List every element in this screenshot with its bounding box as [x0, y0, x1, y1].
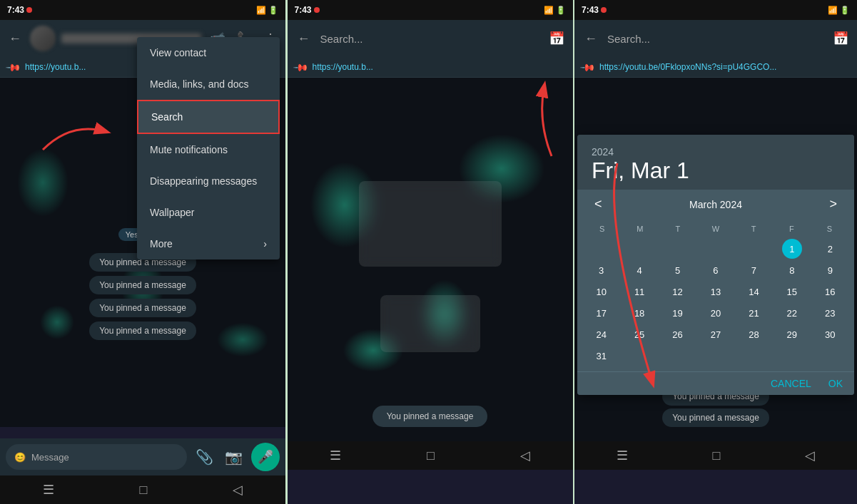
back-btn-2[interactable]: ←	[295, 29, 313, 49]
cal-day[interactable]: 7	[744, 260, 764, 280]
menu-mute[interactable]: Mute notifications	[137, 134, 280, 165]
menu-disappearing[interactable]: Disappearing messages	[137, 165, 280, 197]
cal-day[interactable]: 1	[782, 239, 802, 259]
cal-day[interactable]: 30	[820, 324, 840, 344]
nav-home-2[interactable]: □	[427, 448, 435, 463]
cal-day[interactable]: 11	[629, 282, 649, 302]
time-1: 7:43	[7, 5, 24, 15]
status-icons-1: 📶 🔋	[256, 6, 278, 15]
cal-date-big-3: Fri, Mar 1	[592, 158, 840, 184]
pinned-msg-3: You pinned a message	[89, 299, 196, 317]
search-input-2[interactable]	[320, 33, 540, 45]
pinned-url-1[interactable]: https://youtu.b...	[25, 62, 86, 72]
cal-day[interactable]: 25	[629, 324, 649, 344]
cal-grid-3: S M T W T F S 12345678910111213141516171…	[577, 219, 854, 371]
nav-bar-2: ☰ □ ◁	[288, 441, 573, 470]
panel-1: 7:43 📶 🔋 ← 📹 📞 ⋮ 📌 https://youtu.b... Ye…	[0, 0, 285, 504]
cal-day[interactable]: 31	[592, 346, 612, 366]
status-dot-2	[314, 7, 320, 13]
cal-actions-3: Cancel OK	[577, 371, 854, 395]
status-icons-3: 📶 🔋	[828, 6, 850, 15]
back-btn-3[interactable]: ←	[582, 29, 600, 49]
status-bar-3: 7:43 📶 🔋	[574, 0, 857, 20]
pinned-bar-2: 📌 https://youtu.b...	[288, 57, 573, 78]
menu-view-contact[interactable]: View contact	[137, 37, 280, 68]
search-bar-3[interactable]: ← 📅	[574, 20, 857, 57]
cal-day[interactable]: 2	[820, 239, 840, 259]
cal-day[interactable]: 21	[744, 303, 764, 323]
cal-year-3: 2024	[592, 146, 840, 158]
cal-day[interactable]: 6	[706, 260, 726, 280]
cal-day[interactable]: 29	[782, 324, 802, 344]
cal-days-3: 1234567891011121314151617181920212223242…	[583, 239, 848, 366]
cal-day[interactable]: 19	[668, 303, 688, 323]
cal-day[interactable]: 3	[592, 260, 612, 280]
cal-day[interactable]: 28	[744, 324, 764, 344]
cal-day[interactable]: 24	[592, 324, 612, 344]
cal-ok-3[interactable]: OK	[828, 378, 843, 389]
time-2: 7:43	[295, 5, 312, 15]
nav-menu-3[interactable]: ☰	[617, 448, 628, 463]
cal-day[interactable]: 23	[820, 303, 840, 323]
blurred-box-2a	[359, 181, 502, 267]
cal-day[interactable]: 9	[820, 260, 840, 280]
menu-wallpaper[interactable]: Wallpaper	[137, 197, 280, 228]
cal-day[interactable]: 16	[820, 282, 840, 302]
status-icons-2: 📶 🔋	[544, 6, 566, 15]
cal-cancel-3[interactable]: Cancel	[771, 378, 811, 389]
cal-day[interactable]: 26	[668, 324, 688, 344]
cal-prev-3[interactable]: <	[589, 195, 608, 213]
cal-day[interactable]: 10	[592, 282, 612, 302]
cal-day[interactable]: 13	[706, 282, 726, 302]
pinned-msg-4: You pinned a message	[89, 322, 196, 340]
pinned-url-2: https://youtu.b...	[313, 62, 373, 72]
cal-day[interactable]: 22	[782, 303, 802, 323]
menu-more[interactable]: More ›	[137, 228, 280, 259]
nav-back-2[interactable]: ◁	[520, 448, 530, 463]
cal-day[interactable]: 4	[629, 260, 649, 280]
nav-back-3[interactable]: ◁	[805, 448, 815, 463]
search-bar-2[interactable]: ← 📅	[288, 20, 573, 57]
menu-search[interactable]: Search	[137, 100, 280, 134]
calendar-icon-3[interactable]: 📅	[831, 29, 850, 48]
message-placeholder-1: Message	[31, 452, 69, 463]
nav-home-1[interactable]: □	[140, 483, 148, 498]
status-dot-1	[26, 7, 32, 13]
pinned-url-3: https://youtu.be/0FklopxoNNs?si=pU4GGCO.…	[599, 62, 776, 72]
cal-day[interactable]: 5	[668, 260, 688, 280]
dropdown-menu-1: View contact Media, links, and docs Sear…	[137, 37, 280, 259]
camera-btn-1[interactable]: 📷	[222, 446, 245, 468]
nav-back-1[interactable]: ◁	[233, 482, 243, 498]
cal-day[interactable]: 20	[706, 303, 726, 323]
cal-day[interactable]: 27	[706, 324, 726, 344]
cal-day[interactable]: 14	[744, 282, 764, 302]
pin-icon-3: 📌	[579, 58, 596, 75]
cal-day[interactable]: 15	[782, 282, 802, 302]
chat-bg-2: You pinned a message	[288, 78, 573, 441]
back-btn-1[interactable]: ←	[6, 29, 24, 49]
cal-next-3[interactable]: >	[823, 195, 843, 213]
nav-home-3[interactable]: □	[713, 448, 721, 463]
cal-week-headers-3: S M T W T F S	[583, 222, 848, 236]
calendar-icon-2[interactable]: 📅	[547, 29, 566, 48]
attachment-btn-1[interactable]: 📎	[193, 446, 216, 468]
status-dot-3	[601, 7, 607, 13]
mic-btn-1[interactable]: 🎤	[251, 443, 280, 471]
menu-media-links[interactable]: Media, links, and docs	[137, 68, 280, 100]
panel-2: 7:43 📶 🔋 ← 📅 📌 https://youtu.b... You pi…	[288, 0, 573, 504]
red-arrow-2	[495, 78, 566, 163]
cal-day[interactable]: 12	[668, 282, 688, 302]
pin-icon-2: 📌	[292, 58, 308, 75]
nav-menu-1[interactable]: ☰	[43, 482, 54, 498]
search-input-3[interactable]	[607, 33, 824, 45]
status-bar-1: 7:43 📶 🔋	[0, 0, 285, 20]
cal-day[interactable]: 17	[592, 303, 612, 323]
cal-nav-3: < March 2024 >	[577, 190, 854, 219]
nav-menu-2[interactable]: ☰	[330, 448, 341, 463]
message-input-1[interactable]: 😊 Message	[6, 444, 187, 470]
cal-day[interactable]: 8	[782, 260, 802, 280]
pinned-bar-3: 📌 https://youtu.be/0FklopxoNNs?si=pU4GGC…	[574, 57, 857, 78]
nav-bar-3: ☰ □ ◁	[574, 441, 857, 470]
cal-day[interactable]: 18	[629, 303, 649, 323]
pinned-msg-b3: You pinned a message	[662, 408, 769, 427]
